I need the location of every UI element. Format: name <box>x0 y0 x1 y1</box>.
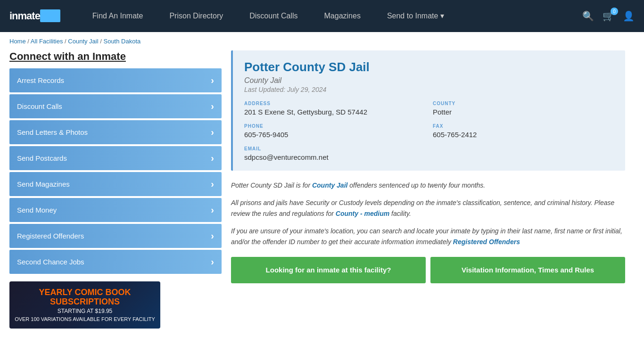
facility-updated: Last Updated: July 29, 2024 <box>244 86 614 93</box>
nav-find-inmate[interactable]: Find An Inmate <box>79 0 157 32</box>
logo[interactable]: inmateAID <box>9 10 60 22</box>
ad-price: STARTING AT $19.95 <box>58 308 113 314</box>
description-para1: Potter County SD Jail is for County Jail… <box>231 180 625 191</box>
nav-right-icons: 🔍 🛒 0 👤 <box>582 10 635 22</box>
breadcrumb-all-facilities[interactable]: All Facilities <box>31 38 63 45</box>
cart-icon[interactable]: 🛒 0 <box>603 10 614 22</box>
cart-badge: 0 <box>611 8 618 15</box>
sidebar-item-send-letters[interactable]: Send Letters & Photos › <box>9 120 222 144</box>
registered-offenders-link[interactable]: Registered Offenders <box>453 238 520 246</box>
facility-details: ADDRESS 201 S Exene St, Gettysburg, SD 5… <box>244 101 614 161</box>
nav-magazines[interactable]: Magazines <box>311 0 374 32</box>
chevron-icon: › <box>211 179 214 189</box>
county-medium-link[interactable]: County - medium <box>336 210 389 217</box>
address-group: ADDRESS 201 S Exene St, Gettysburg, SD 5… <box>244 101 425 116</box>
facility-title: Potter County SD Jail <box>244 60 614 74</box>
county-group: COUNTY Potter <box>433 101 614 116</box>
email-value: sdpcso@venturecomm.net <box>244 153 614 161</box>
chevron-icon: › <box>211 230 214 241</box>
user-icon[interactable]: 👤 <box>623 10 635 22</box>
sidebar-item-send-magazines[interactable]: Send Magazines › <box>9 172 222 196</box>
chevron-icon: › <box>211 256 214 267</box>
address-value: 201 S Exene St, Gettysburg, SD 57442 <box>244 108 425 116</box>
main-content: Potter County SD Jail County Jail Last U… <box>222 50 635 329</box>
search-icon[interactable]: 🔍 <box>582 10 594 22</box>
phone-group: PHONE 605-765-9405 <box>244 123 425 139</box>
phone-value: 605-765-9405 <box>244 131 425 139</box>
breadcrumb-home[interactable]: Home <box>9 38 26 45</box>
email-group: EMAIL sdpcso@venturecomm.net <box>244 146 614 161</box>
facility-card: Potter County SD Jail County Jail Last U… <box>231 50 625 171</box>
chevron-icon: › <box>211 127 214 138</box>
breadcrumb: Home / All Facilities / County Jail / So… <box>0 32 644 50</box>
navbar: inmateAID Find An Inmate Prison Director… <box>0 0 644 32</box>
nav-send-to-inmate[interactable]: Send to Inmate ▾ <box>374 0 457 32</box>
breadcrumb-county-jail[interactable]: County Jail <box>68 38 98 45</box>
sidebar-item-send-money[interactable]: Send Money › <box>9 198 222 222</box>
description-para2: All prisons and jails have Security or C… <box>231 197 625 219</box>
sidebar-item-discount-calls[interactable]: Discount Calls › <box>9 94 222 118</box>
main-container: Connect with an Inmate Arrest Records › … <box>0 50 644 338</box>
sidebar-item-send-postcards[interactable]: Send Postcards › <box>9 146 222 170</box>
chevron-icon: › <box>211 153 214 164</box>
address-label: ADDRESS <box>244 101 425 106</box>
breadcrumb-state[interactable]: South Dakota <box>103 38 140 45</box>
facility-type: County Jail <box>244 76 614 85</box>
chevron-icon: › <box>211 101 214 112</box>
sidebar-title: Connect with an Inmate <box>9 50 222 63</box>
sidebar-menu: Arrest Records › Discount Calls › Send L… <box>9 68 222 274</box>
county-jail-link[interactable]: County Jail <box>312 181 347 189</box>
chevron-icon: › <box>211 205 214 215</box>
description-para3: If you are unsure of your inmate's locat… <box>231 226 625 247</box>
action-buttons: Looking for an inmate at this facility? … <box>231 257 625 283</box>
visitation-button[interactable]: Visitation Information, Times and Rules <box>430 257 625 283</box>
county-label: COUNTY <box>433 101 614 106</box>
ad-subtitle: OVER 100 VARIATIONS AVAILABLE FOR EVERY … <box>15 316 155 322</box>
find-inmate-button[interactable]: Looking for an inmate at this facility? <box>231 257 426 283</box>
nav-links: Find An Inmate Prison Directory Discount… <box>79 0 582 32</box>
sidebar-item-registered-offenders[interactable]: Registered Offenders › <box>9 224 222 248</box>
fax-value: 605-765-2412 <box>433 131 614 139</box>
chevron-icon: › <box>211 75 214 86</box>
sidebar-ad[interactable]: YEARLY COMIC BOOK SUBSCRIPTIONS STARTING… <box>9 281 160 329</box>
nav-prison-directory[interactable]: Prison Directory <box>156 0 236 32</box>
sidebar-item-arrest-records[interactable]: Arrest Records › <box>9 68 222 92</box>
fax-group: FAX 605-765-2412 <box>433 123 614 139</box>
sidebar-item-second-chance-jobs[interactable]: Second Chance Jobs › <box>9 250 222 274</box>
phone-label: PHONE <box>244 123 425 129</box>
ad-title: YEARLY COMIC BOOK SUBSCRIPTIONS <box>39 288 131 307</box>
fax-label: FAX <box>433 123 614 129</box>
nav-discount-calls[interactable]: Discount Calls <box>236 0 311 32</box>
county-value: Potter <box>433 108 614 116</box>
sidebar: Connect with an Inmate Arrest Records › … <box>9 50 222 329</box>
email-label: EMAIL <box>244 146 614 151</box>
